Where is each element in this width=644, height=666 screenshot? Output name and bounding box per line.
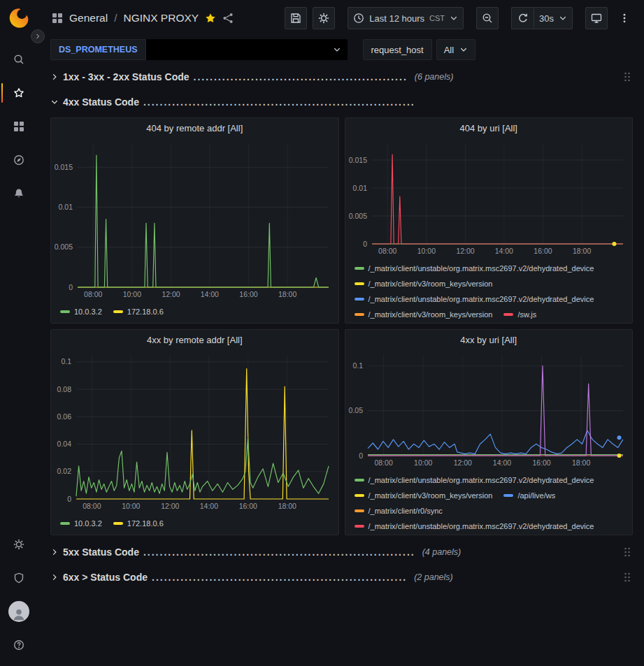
legend-label: /_matrix/client/unstable/org.matrix.msc2… <box>368 522 594 530</box>
share-icon[interactable] <box>222 13 234 24</box>
svg-text:14:00: 14:00 <box>492 458 510 467</box>
legend-item[interactable]: 10.0.3.2 <box>60 304 102 319</box>
sidebar-item-explore[interactable] <box>0 143 38 177</box>
dashboard-settings-button[interactable] <box>313 7 335 29</box>
legend-item[interactable]: /_matrix/client/v3/room_keys/version <box>355 276 493 291</box>
panel-title[interactable]: 404 by remote addr [All] <box>51 118 338 138</box>
sidebar-item-dashboards[interactable] <box>0 110 38 143</box>
dashboard-variables-bar: DS_PROMETHEUS request_host All <box>38 36 644 63</box>
svg-text:12:00: 12:00 <box>161 502 179 510</box>
row-panel-count: (2 panels) <box>414 572 453 582</box>
svg-text:0.005: 0.005 <box>348 212 366 220</box>
panel-404-by-remote-addr: 404 by remote addr [All] 08:0010:0012:00… <box>50 117 339 324</box>
sidebar-item-alerting[interactable] <box>0 177 38 210</box>
row-drag-handle[interactable] <box>622 546 633 558</box>
refresh-button[interactable] <box>511 7 534 29</box>
row-5xx[interactable]: 5xx Status Code ........................… <box>50 542 633 562</box>
refresh-interval-dropdown[interactable]: 30s <box>534 7 573 29</box>
time-range-picker[interactable]: Last 12 hours CST <box>348 7 464 29</box>
svg-text:0.005: 0.005 <box>55 242 73 251</box>
legend-swatch-icon <box>355 479 364 482</box>
svg-text:08:00: 08:00 <box>374 458 392 467</box>
legend-item[interactable]: /_matrix/client/unstable/org.matrix.msc2… <box>355 261 594 276</box>
row-1xx-3xx-2xx[interactable]: 1xx - 3xx - 2xx Status Code ............… <box>50 67 633 87</box>
svg-text:08:00: 08:00 <box>378 247 396 255</box>
legend-swatch-icon <box>355 267 364 270</box>
time-series-chart[interactable]: 08:0010:0012:0014:0016:0018:0000.0050.01… <box>51 138 338 300</box>
legend-label: /_matrix/client/v3/room_keys/version <box>368 491 493 500</box>
legend-item[interactable]: /_matrix/client/v3/room_keys/version <box>355 488 493 503</box>
svg-text:0.01: 0.01 <box>352 184 367 192</box>
legend-item[interactable]: /_matrix/client/r0/sync <box>355 503 443 519</box>
sidebar-item-configuration[interactable] <box>0 528 38 561</box>
time-series-chart[interactable]: 08:0010:0012:0014:0016:0018:0000.0050.01… <box>345 138 633 256</box>
svg-text:0: 0 <box>359 451 363 460</box>
sidebar-item-search[interactable] <box>0 43 38 76</box>
datasource-variable-label[interactable]: DS_PROMETHEUS <box>50 39 146 60</box>
legend-item[interactable]: /api/live/ws <box>503 488 555 503</box>
svg-text:16:00: 16:00 <box>239 502 257 510</box>
row-drag-handle[interactable] <box>622 71 633 82</box>
legend-item[interactable]: /_matrix/client/v3/room_keys/version <box>355 307 493 322</box>
more-options-button[interactable] <box>613 7 636 29</box>
tv-mode-button[interactable] <box>585 7 608 29</box>
svg-text:18:00: 18:00 <box>571 458 589 467</box>
breadcrumb: General / NGINX PROXY <box>52 12 234 24</box>
refresh-icon <box>517 13 529 24</box>
grafana-logo-icon[interactable] <box>7 6 31 30</box>
dashboards-grid-icon <box>13 121 24 132</box>
zoom-out-button[interactable] <box>476 7 499 29</box>
legend-item[interactable]: 172.18.0.6 <box>113 304 164 319</box>
legend-item[interactable]: /_matrix/client/unstable/org.matrix.msc2… <box>355 291 594 307</box>
breadcrumb-folder[interactable]: General <box>69 12 108 24</box>
time-series-chart[interactable]: 08:0010:0012:0014:0016:0018:0000.020.040… <box>51 349 338 512</box>
time-series-chart[interactable]: 08:0010:0012:0014:0016:0018:0000.050.1 <box>345 349 633 468</box>
svg-text:08:00: 08:00 <box>84 290 102 298</box>
grafana-dashboard: General / NGINX PROXY Last 12 hours CST … <box>0 0 644 666</box>
star-icon <box>13 87 24 99</box>
svg-text:14:00: 14:00 <box>494 247 513 255</box>
row-4xx[interactable]: 4xx Status Code ........................… <box>50 92 633 112</box>
sidebar-item-starred[interactable] <box>0 76 38 110</box>
favorite-star-icon[interactable] <box>205 13 216 24</box>
legend-item[interactable]: 10.0.3.2 <box>60 516 102 531</box>
zoom-out-icon <box>482 13 493 24</box>
panel-title[interactable]: 4xx by uri [All] <box>345 330 633 349</box>
svg-text:10:00: 10:00 <box>417 247 435 255</box>
page-title[interactable]: NGINX PROXY <box>123 12 199 24</box>
request-host-value: All <box>444 45 454 55</box>
sidebar-expand-button[interactable] <box>31 29 45 43</box>
save-dashboard-button[interactable] <box>285 7 307 29</box>
sidebar-item-profile[interactable] <box>0 595 38 628</box>
bell-icon <box>13 188 24 199</box>
row-title: 1xx - 3xx - 2xx Status Code <box>63 71 189 82</box>
dashboard-canvas: 1xx - 3xx - 2xx Status Code ............… <box>38 64 644 666</box>
row-drag-handle[interactable] <box>622 572 633 583</box>
legend-swatch-icon <box>113 522 123 525</box>
legend-swatch-icon <box>355 313 364 316</box>
legend-item[interactable]: 172.18.0.6 <box>113 516 164 531</box>
request-host-variable-label: request_host <box>363 39 432 60</box>
request-host-variable-dropdown[interactable]: All <box>436 39 475 60</box>
svg-text:0.06: 0.06 <box>57 412 72 421</box>
row-title-leader: ........................................… <box>143 546 415 558</box>
panel-title[interactable]: 404 by uri [All] <box>345 118 633 138</box>
chevron-down-icon <box>459 45 468 54</box>
sidebar-bottom <box>0 528 38 662</box>
drag-dots-icon <box>622 71 633 82</box>
svg-text:0.04: 0.04 <box>57 440 72 448</box>
sidebar-nav <box>0 43 38 210</box>
legend-label: /api/live/ws <box>517 491 555 500</box>
legend-item[interactable]: /_matrix/client/unstable/org.matrix.msc2… <box>355 472 594 488</box>
legend-item[interactable]: /_matrix/client/unstable/org.matrix.msc2… <box>355 519 594 534</box>
row-6xx[interactable]: 6xx > Status Code ......................… <box>50 567 633 587</box>
legend-item[interactable]: /sw.js <box>503 307 536 322</box>
panel-title[interactable]: 4xx by remote addr [All] <box>51 330 338 349</box>
legend-label: /_matrix/client/unstable/org.matrix.msc2… <box>368 295 594 303</box>
svg-text:0.08: 0.08 <box>57 385 72 393</box>
row-expand-icon <box>50 98 63 106</box>
datasource-variable-value-dropdown[interactable] <box>146 39 348 60</box>
sidebar-item-server-admin[interactable] <box>0 561 38 595</box>
legend-swatch-icon <box>60 522 70 525</box>
sidebar-item-help[interactable] <box>0 628 38 662</box>
